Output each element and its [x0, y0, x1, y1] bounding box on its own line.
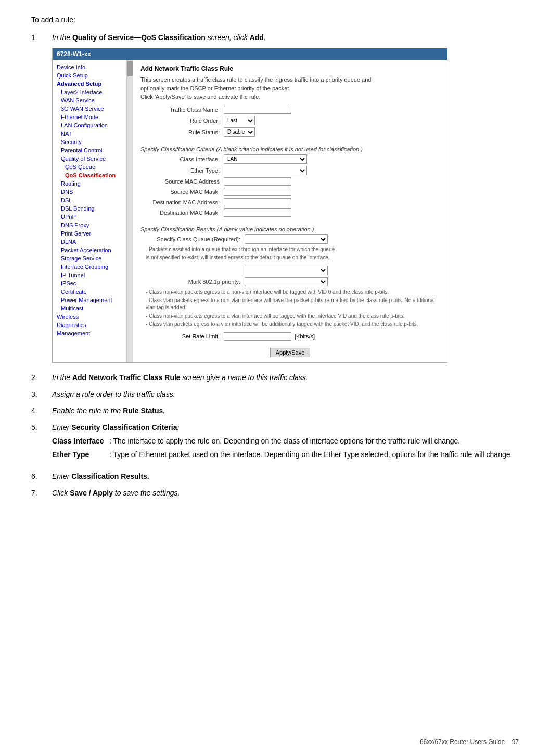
nav-layer2-interface[interactable]: Layer2 Interface — [53, 88, 133, 96]
nav-3g-wan-service[interactable]: 3G WAN Service — [53, 105, 133, 113]
nav-routing[interactable]: Routing — [53, 179, 133, 188]
step-3-text: Assign a rule order to this traffic clas… — [52, 390, 175, 398]
nav-storage-service[interactable]: Storage Service — [53, 254, 133, 263]
step-3-num: 3. — [31, 390, 52, 398]
step-5: 5. Enter Security Classification Criteri… — [31, 423, 519, 464]
router-content-panel: Add Network Traffic Class Rule This scre… — [133, 60, 447, 362]
scrollbar-thumb[interactable] — [127, 61, 133, 76]
dest-mac-mask-label: Destination MAC Mask: — [140, 210, 224, 216]
source-mac-mask-input[interactable] — [224, 188, 291, 196]
dest-mac-input[interactable] — [224, 198, 291, 206]
nav-quick-setup[interactable]: Quick Setup — [53, 71, 133, 80]
nav-dsl[interactable]: DSL — [53, 196, 133, 204]
extra-select[interactable] — [245, 266, 328, 275]
nav-diagnostics[interactable]: Diagnostics — [53, 321, 133, 329]
mark-802-label: Mark 802.1p priority: — [140, 279, 245, 285]
step-5-content: Enter Security Classification Criteria: … — [52, 423, 519, 464]
nav-interface-grouping[interactable]: Interface Grouping — [53, 263, 133, 271]
nav-certificate[interactable]: Certificate — [53, 288, 133, 296]
class-queue-select[interactable] — [245, 234, 328, 244]
nav-wan-service[interactable]: WAN Service — [53, 96, 133, 105]
sub-item-class-interface-text: : The interface to apply the rule on. De… — [109, 437, 519, 445]
router-nav: Device Info Quick Setup Advanced Setup L… — [53, 60, 133, 362]
dest-mac-label: Destination MAC Address: — [140, 199, 224, 205]
step-2: 2. In the Add Network Traffic Class Rule… — [31, 373, 519, 382]
nav-wireless[interactable]: Wireless — [53, 312, 133, 321]
step-4-num: 4. — [31, 407, 52, 415]
step-2-bold: Add Network Traffic Class Rule — [72, 373, 181, 382]
nav-security[interactable]: Security — [53, 138, 133, 146]
ether-type-label: Ether Type: — [140, 167, 224, 174]
dest-mac-mask-input[interactable] — [224, 208, 291, 217]
nav-power-management[interactable]: Power Management — [53, 296, 133, 304]
rule-order-select[interactable]: Last — [224, 116, 255, 125]
mark-note-1: - Class non-vlan packets egress to a non… — [146, 289, 440, 296]
nav-dlna[interactable]: DLNA — [53, 238, 133, 246]
step-7-italic-suffix: to save the settings. — [113, 489, 180, 497]
traffic-class-name-row: Traffic Class Name: — [140, 106, 440, 114]
nav-qos-classification[interactable]: QoS Classification — [53, 171, 133, 179]
step-4-content: Enable the rule in the Rule Status. — [52, 407, 519, 415]
nav-parental-control[interactable]: Parental Control — [53, 146, 133, 154]
kbits-label: [Kbits/s] — [295, 333, 315, 340]
rule-order-label: Rule Order: — [140, 118, 224, 124]
rule-status-select[interactable]: Disable — [224, 127, 255, 137]
step-2-italic-prefix: In the — [52, 373, 72, 382]
nav-quality-of-service[interactable]: Quality of Service — [53, 154, 133, 163]
step-6-num: 6. — [31, 472, 52, 480]
rate-limit-row: Set Rate Limit: [Kbits/s] — [140, 332, 440, 341]
dest-mac-mask-row: Destination MAC Mask: — [140, 208, 440, 217]
nav-device-info[interactable]: Device Info — [53, 63, 133, 71]
nav-scrollbar[interactable] — [126, 60, 133, 362]
step-4-italic-prefix: Enable the rule in the — [52, 407, 123, 415]
nav-ipsec[interactable]: IPSec — [53, 279, 133, 288]
desc-line-3: Click 'Apply/Save' to save and activate … — [140, 94, 260, 100]
ether-type-select[interactable] — [224, 166, 307, 175]
dest-mac-row: Destination MAC Address: — [140, 198, 440, 206]
nav-multicast[interactable]: Multicast — [53, 304, 133, 312]
nav-lan-config[interactable]: LAN Configuration — [53, 121, 133, 129]
step-7-content: Click Save / Apply to save the settings. — [52, 489, 519, 497]
mark-802-select[interactable] — [245, 277, 328, 286]
queue-note-1: - Packets classified into a queue that e… — [146, 246, 440, 253]
class-queue-label: Specify Class Queue (Required): — [140, 236, 245, 242]
source-mac-input[interactable] — [224, 177, 291, 186]
rule-status-label: Rule Status: — [140, 129, 224, 135]
nav-packet-acceleration[interactable]: Packet Acceleration — [53, 246, 133, 254]
class-queue-row: Specify Class Queue (Required): — [140, 234, 440, 244]
sub-item-ether-type: Ether Type : Type of Ethernet packet use… — [52, 450, 519, 459]
desc-line-2: optionally mark the DSCP or Ethernet pri… — [140, 85, 290, 92]
nav-dsl-bonding[interactable]: DSL Bonding — [53, 204, 133, 213]
rate-limit-input[interactable] — [224, 332, 291, 341]
step-5-italic-prefix: Enter — [52, 423, 71, 432]
intro-text: To add a rule: — [31, 16, 519, 24]
step-6: 6. Enter Classification Results. — [31, 472, 519, 480]
step-6-bold: Classification Results. — [71, 472, 149, 480]
step-3-content: Assign a rule order to this traffic clas… — [52, 390, 519, 398]
step-1-bold: Quality of Service—QoS Classification — [72, 33, 206, 42]
nav-advanced-setup[interactable]: Advanced Setup — [53, 80, 133, 88]
class-interface-select[interactable]: LAN — [224, 154, 307, 164]
desc-line-1: This screen creates a traffic class rule… — [140, 76, 371, 83]
extra-select-row — [140, 266, 440, 275]
nav-dns[interactable]: DNS — [53, 188, 133, 196]
rule-status-row: Rule Status: Disable — [140, 127, 440, 137]
criteria-note: (A blank criterion indicates it is not u… — [216, 146, 363, 152]
traffic-class-name-label: Traffic Class Name: — [140, 107, 224, 113]
nav-nat[interactable]: NAT — [53, 129, 133, 138]
nav-dns-proxy[interactable]: DNS Proxy — [53, 221, 133, 229]
step-4-bold: Rule Status — [123, 407, 163, 415]
mark-note-2: - Class vlan packets egress to a non-vla… — [146, 297, 440, 311]
traffic-class-name-input[interactable] — [224, 106, 291, 114]
router-body: Device Info Quick Setup Advanced Setup L… — [53, 60, 447, 362]
router-ui-screenshot: 6728-W1-xx Device Info Quick Setup Advan… — [52, 48, 447, 363]
criteria-header: Specify Classification Criteria (A blank… — [140, 146, 440, 152]
nav-ip-tunnel[interactable]: IP Tunnel — [53, 271, 133, 279]
nav-print-server[interactable]: Print Server — [53, 229, 133, 238]
step-5-num: 5. — [31, 423, 52, 432]
nav-ethernet-mode[interactable]: Ethernet Mode — [53, 113, 133, 121]
nav-upnp[interactable]: UPnP — [53, 213, 133, 221]
nav-qos-queue[interactable]: QoS Queue — [53, 163, 133, 171]
apply-save-button[interactable]: Apply/Save — [270, 348, 311, 357]
nav-management[interactable]: Management — [53, 329, 133, 337]
